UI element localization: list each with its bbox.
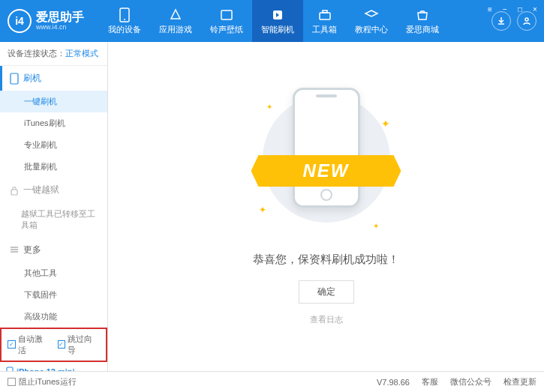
sidebar-item-itunes-flash[interactable]: iTunes刷机 [0,112,107,134]
sidebar-item-advanced[interactable]: 高级功能 [0,306,107,328]
checkbox-skip-guide[interactable]: ✓跳过向导 [58,334,101,356]
sidebar-item-pro-flash[interactable]: 专业刷机 [0,134,107,156]
wallpaper-icon [219,7,234,22]
svg-rect-2 [221,10,232,19]
app-name: 爱思助手 [36,11,84,23]
sidebar-item-other-tools[interactable]: 其他工具 [0,262,107,284]
svg-point-1 [124,19,125,20]
sidebar-item-download-fw[interactable]: 下载固件 [0,284,107,306]
star-icon: ✦ [373,222,379,230]
lock-icon [10,185,19,196]
svg-rect-4 [320,13,330,19]
version-label: V7.98.66 [377,378,410,387]
footer-right: V7.98.66 客服 微信公众号 检查更新 [377,376,536,388]
svg-rect-7 [11,73,18,84]
success-illustration: NEW ✦ ✦ ✦ ✦ [259,88,394,238]
device-info[interactable]: iPhone 12 mini 64GB Down-12mini-13,1 [0,362,107,371]
maximize-button[interactable]: □ [515,4,524,13]
footer-wechat[interactable]: 微信公众号 [450,376,491,388]
nav-my-device[interactable]: 我的设备 [99,0,150,42]
sidebar: 设备连接状态：正常模式 刷机 一键刷机 iTunes刷机 专业刷机 批量刷机 一… [0,42,108,371]
app-window: i4 爱思助手 www.i4.cn 我的设备 应用游戏 铃声壁纸 智能刷机 工具… [0,0,544,392]
check-icon: ✓ [58,340,66,349]
svg-point-6 [525,18,528,21]
window-controls: ≡ − □ × [485,1,539,13]
nav-flash[interactable]: 智能刷机 [252,0,303,42]
sidebar-item-batch-flash[interactable]: 批量刷机 [0,156,107,178]
flash-options-box: ✓自动激活 ✓跳过向导 [0,328,107,362]
download-icon[interactable] [491,11,511,31]
minimize-button[interactable]: − [500,4,509,13]
apps-icon [168,7,183,22]
new-banner: NEW [251,155,401,187]
user-icon[interactable] [517,11,536,31]
flash-icon [270,7,285,22]
star-icon: ✦ [266,103,272,111]
app-logo: i4 爱思助手 www.i4.cn [8,9,84,33]
nav-toolbox[interactable]: 工具箱 [303,0,346,42]
app-url: www.i4.cn [36,23,84,31]
phone-icon [117,7,132,22]
svg-rect-8 [11,190,17,195]
phone-illustration [293,88,360,208]
connection-status: 设备连接状态：正常模式 [0,42,107,66]
sidebar-section-flash[interactable]: 刷机 [0,66,107,91]
checkbox-auto-activate[interactable]: ✓自动激活 [8,334,50,356]
main-content: NEW ✦ ✦ ✦ ✦ 恭喜您，保资料刷机成功啦！ 确定 查看日志 [108,42,544,371]
checkbox-icon [8,378,16,386]
svg-rect-5 [323,10,327,13]
nav-tutorials[interactable]: 教程中心 [346,0,397,42]
nav-apps[interactable]: 应用游戏 [150,0,201,42]
list-icon [10,246,19,253]
settings-button[interactable]: ≡ [485,4,494,13]
body: 设备连接状态：正常模式 刷机 一键刷机 iTunes刷机 专业刷机 批量刷机 一… [0,42,544,371]
check-icon: ✓ [8,340,16,349]
view-log-link[interactable]: 查看日志 [310,314,343,325]
footer: 阻止iTunes运行 V7.98.66 客服 微信公众号 检查更新 [0,371,544,392]
ok-button[interactable]: 确定 [299,280,354,304]
sidebar-item-oneclick-flash[interactable]: 一键刷机 [0,91,107,112]
jailbreak-note: 越狱工具已转移至工具箱 [0,202,107,238]
nav-ringtones[interactable]: 铃声壁纸 [201,0,252,42]
nav-store[interactable]: 爱思商城 [397,0,448,42]
sidebar-section-jailbreak[interactable]: 一键越狱 [0,178,107,202]
sidebar-bottom: ✓自动激活 ✓跳过向导 iPhone 12 mini 64GB Down-12m… [0,328,107,371]
star-icon: ✦ [381,118,390,130]
main-nav: 我的设备 应用游戏 铃声壁纸 智能刷机 工具箱 教程中心 爱思商城 [99,0,485,42]
header: i4 爱思助手 www.i4.cn 我的设备 应用游戏 铃声壁纸 智能刷机 工具… [0,0,544,42]
store-icon [415,7,430,22]
header-actions [491,11,536,31]
checkbox-block-itunes[interactable]: 阻止iTunes运行 [8,376,77,388]
logo-icon: i4 [8,9,32,33]
star-icon: ✦ [259,205,266,215]
success-message: 恭喜您，保资料刷机成功啦！ [253,253,399,267]
close-button[interactable]: × [530,4,539,13]
footer-check-update[interactable]: 检查更新 [503,376,536,388]
footer-support[interactable]: 客服 [422,376,438,388]
sidebar-section-more[interactable]: 更多 [0,238,107,262]
toolbox-icon [317,7,332,22]
graduation-icon [364,7,379,22]
phone-icon [10,73,19,85]
